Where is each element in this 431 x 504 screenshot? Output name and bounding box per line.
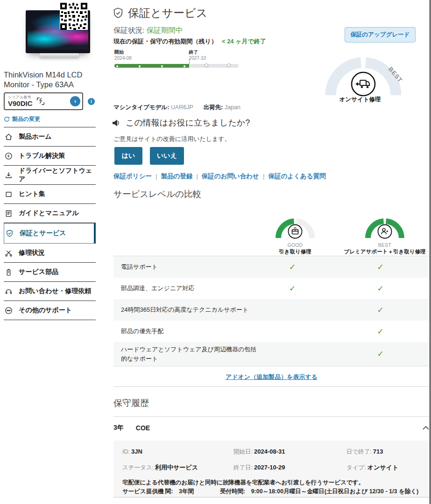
sidebar-item-shield[interactable]: 保証とサービス (4, 223, 96, 244)
sidebar-item-download[interactable]: ドライバーとソフトウェア (4, 166, 96, 185)
info-icon[interactable]: i (88, 98, 95, 105)
sidebar-item-label: サービス部品 (19, 268, 58, 276)
shield-check-icon (113, 7, 123, 19)
entry-field: ステータス:利用中サービス (122, 463, 233, 472)
comparison-row: 部品調達、エンジニア対応✓✓ (113, 278, 430, 299)
check-icon: ✓ (339, 305, 422, 315)
entry-field: ID:3JN (122, 447, 233, 456)
addons-link[interactable]: アドオン（追加製品）を表示する (226, 373, 318, 380)
comparison-row: 24時間365日対応の高度なテクニカルサポート✓ (113, 299, 430, 321)
guides-icon (5, 210, 13, 217)
change-product-link[interactable]: 製品の変更 (4, 115, 40, 123)
troubleshoot-icon (5, 152, 13, 160)
feature-label: 電話サポート (121, 262, 260, 272)
sidebar-item-more-support[interactable]: その他のサポート (4, 301, 96, 320)
warranty-page: ThinkVision M14d LCD Monitor - Type 63AA… (0, 0, 431, 504)
sidebar-item-label: その他のサポート (19, 306, 72, 315)
warranty-period: 現在の保証・保守の有効期間（残り）< 24 ヶ月で終了 (113, 37, 266, 46)
tier-good: GOOD 引き取り修理 (261, 211, 330, 255)
sidebar-item-home[interactable]: 製品ホーム (4, 127, 96, 147)
tier-best: BEST プレミアサポート＋引き取り修理 (334, 211, 431, 255)
comparison-row: ハードウェアとソフトウェア及び周辺機器の包括的なサポート✓ (113, 342, 430, 366)
feature-label: 24時間365日対応の高度なテクニカルサポート (121, 305, 260, 315)
feature-label: ハードウェアとソフトウェア及び周辺機器の包括的なサポート (121, 345, 260, 363)
check-icon: ✓ (339, 349, 422, 359)
history-title: 保守履歴 (113, 397, 149, 409)
timeline-progress (114, 64, 189, 68)
entry-duration: 3年 (113, 424, 124, 432)
comparison-title: サービスレベルの比較 (113, 188, 201, 200)
good-gauge (272, 211, 318, 240)
sidebar-item-repair-status[interactable]: 修理状況 (4, 244, 96, 263)
feature-label: 部品の優先手配 (121, 327, 260, 336)
divider (113, 416, 430, 417)
serial-value: V90DIC (8, 100, 33, 107)
entry-description: 宅配便による代替機のお届けと同時に故障機器を宅配業者へお引渡しを行うサービスです… (122, 478, 421, 487)
refresh-icon (4, 116, 10, 122)
sidebar-item-label: 製品ホーム (19, 133, 52, 141)
sidebar-item-label: ドライバーとソフトウェア (19, 167, 93, 183)
service-parts-icon (5, 268, 13, 276)
serial-submit-button[interactable]: › (70, 96, 80, 106)
hints-icon (5, 190, 13, 198)
pickup-repair-icon (289, 225, 302, 238)
feedback-no-button[interactable]: いいえ (150, 147, 184, 165)
more-support-icon (5, 307, 13, 315)
service-level-gauge: BEST (319, 46, 409, 98)
machine-info: マシンタイプモデル: UAR6JP出荷先: Japan (113, 104, 251, 112)
megaphone-icon (112, 119, 121, 127)
timeline-end: 終了2027-10 (189, 49, 206, 61)
warranty-link[interactable]: 保証のお問い合わせ (202, 173, 259, 180)
premier-support-icon (378, 225, 392, 238)
auto-detect-icon[interactable] (35, 96, 46, 106)
sidebar-item-headset[interactable]: お問い合わせ・修理依頼 (4, 282, 96, 301)
ship-to-value: Japan (225, 104, 240, 111)
warranty-link[interactable]: 製品の登録 (161, 173, 192, 180)
serial-label: シリアル番号 (8, 96, 33, 99)
sidebar-item-troubleshoot[interactable]: トラブル解決策 (4, 147, 96, 166)
timeline-start: 開始2024-08 (114, 49, 132, 61)
sidebar-item-label: トラブル解決策 (19, 152, 65, 160)
entry-code: COE (136, 424, 150, 432)
divider (113, 386, 430, 387)
feature-label: 部品調達、エンジニア対応 (121, 284, 260, 293)
entry-field: タイプ:オンサイト (346, 463, 421, 472)
page-title: 保証とサービス (113, 6, 207, 21)
sidebar-item-service-parts[interactable]: サービス部品 (4, 263, 96, 282)
warranty-link[interactable]: 保証のよくある質問 (268, 173, 325, 180)
product-image-stand (40, 53, 79, 57)
warranty-timeline: 開始2024-08 終了2027-10 (114, 49, 239, 70)
shield-icon (6, 230, 14, 238)
timeline-track (114, 64, 239, 68)
warranty-period-remaining: < 24 ヶ月で終了 (222, 38, 266, 45)
history-entry-header[interactable]: 3年 COE (113, 424, 430, 432)
sidebar-item-hints[interactable]: ヒント集 (4, 185, 96, 204)
sidebar-item-label: 修理状況 (19, 249, 45, 257)
gauge-label: オンサイト修理 (319, 96, 401, 104)
sidebar-item-label: 保証とサービス (20, 229, 66, 238)
entry-field: 日で終了:713 (346, 447, 421, 456)
feedback-question: この情報はお役に立ちましたか? (112, 117, 250, 128)
warranty-links: 保証ポリシー|製品の登録|保証のお問い合わせ|保証のよくある質問 (113, 172, 326, 181)
entry-field: 開始日:2024-08-31 (233, 447, 346, 456)
sidebar-item-guides[interactable]: ガイドとマニュアル (4, 204, 96, 223)
warranty-status: 保証状況: 保証期間中 (113, 26, 183, 35)
best-gauge (361, 211, 408, 240)
sidebar-item-label: お問い合わせ・修理依頼 (19, 287, 91, 295)
repair-status-icon (5, 249, 13, 257)
sidebar-menu: 製品ホームトラブル解決策ドライバーとソフトウェアヒント集ガイドとマニュアル保証と… (4, 127, 96, 320)
feedback-yes-button[interactable]: はい (114, 147, 142, 165)
history-entry-details: ID:3JN開始日:2024-08-31日で終了:713ステータス:利用中サービ… (113, 441, 430, 497)
timeline-end-tick (189, 58, 190, 64)
check-icon: ✓ (339, 284, 422, 294)
headset-icon (5, 287, 13, 295)
check-icon: ✓ (339, 262, 422, 272)
warranty-upgrade-button[interactable]: 保証のアップグレード (345, 27, 416, 42)
serial-input[interactable]: シリアル番号 V90DIC › (4, 92, 83, 110)
onsite-repair-icon (352, 72, 375, 96)
check-icon: ✓ (339, 327, 422, 336)
comparison-row: 電話サポート✓✓ (113, 256, 430, 278)
chevron-up-icon[interactable] (422, 426, 430, 430)
warranty-link[interactable]: 保証ポリシー (113, 173, 152, 180)
comparison-table: 電話サポート✓✓部品調達、エンジニア対応✓✓24時間365日対応の高度なテクニカ… (113, 256, 430, 366)
